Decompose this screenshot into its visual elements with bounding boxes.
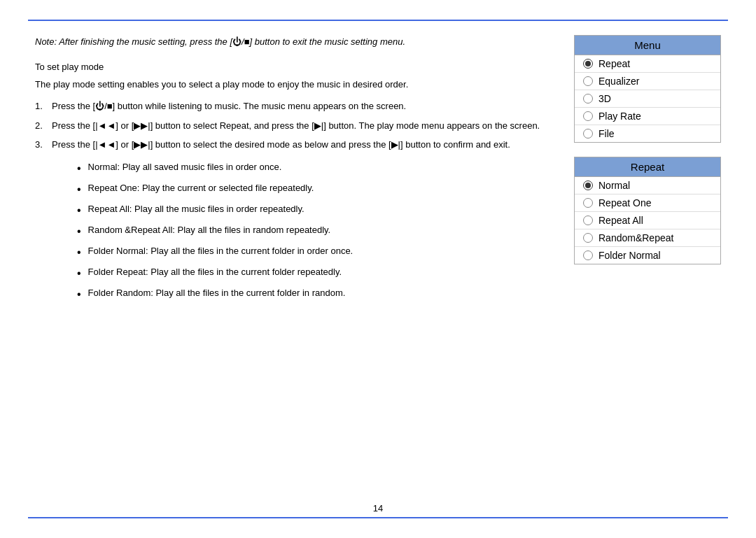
radio-folder-normal [583,250,593,260]
radio-repeat-all [583,215,593,225]
bullet-folder-normal: Folder Normal: Play all the files in the… [77,244,560,261]
radio-repeat [583,59,593,69]
radio-equalizer [583,76,593,86]
menu-item-3d-label: 3D [598,93,611,104]
repeat-item-all[interactable]: Repeat All [575,212,720,229]
menu-item-repeat-label: Repeat [598,58,630,69]
step-2: 2. Press the [|◄◄] or [▶▶|] button to se… [35,119,560,133]
sidebar: Menu Repeat Equalizer 3D Play Rate File [574,28,728,510]
step-3: 3. Press the [|◄◄] or [▶▶|] button to se… [35,138,560,152]
radio-3d [583,94,593,104]
radio-random-repeat [583,233,593,243]
repeat-item-one-label: Repeat One [598,197,652,208]
repeat-item-random[interactable]: Random&Repeat [575,229,720,247]
main-content: Note: After finishing the music setting,… [28,28,574,510]
menu-item-equalizer[interactable]: Equalizer [575,73,720,90]
bullet-repeat-one: Repeat One: Play the current or selected… [77,181,560,198]
menu-item-playrate[interactable]: Play Rate [575,108,720,125]
menu-item-3d[interactable]: 3D [575,90,720,108]
bullet-random-repeat: Random &Repeat All: Play all the files i… [77,223,560,240]
page-number: 14 [373,503,383,514]
radio-playrate [583,111,593,121]
steps-list: 1. Press the [⏻/■] button while listenin… [35,99,560,152]
bullet-list: Normal: Play all saved music files in or… [77,160,560,303]
bottom-border [28,517,728,518]
repeat-item-folder-normal-label: Folder Normal [598,250,661,261]
menu-item-equalizer-label: Equalizer [598,76,639,87]
repeat-item-one[interactable]: Repeat One [575,194,720,212]
repeat-box: Repeat Normal Repeat One Repeat All Rand… [574,157,721,264]
step-1: 1. Press the [⏻/■] button while listenin… [35,99,560,113]
menu-box-title: Menu [575,36,720,55]
bullet-normal: Normal: Play all saved music files in or… [77,160,560,177]
repeat-item-folder-normal[interactable]: Folder Normal [575,247,720,264]
repeat-item-random-label: Random&Repeat [598,232,673,243]
radio-normal [583,180,593,190]
menu-item-repeat[interactable]: Repeat [575,55,720,73]
repeat-box-title: Repeat [575,157,720,177]
repeat-item-all-label: Repeat All [598,215,643,226]
note-text: Note: After finishing the music setting,… [35,35,560,49]
section-title: To set play mode [35,62,560,72]
repeat-item-normal[interactable]: Normal [575,177,720,194]
bullet-folder-repeat: Folder Repeat: Play all the files in the… [77,265,560,282]
menu-item-playrate-label: Play Rate [598,111,641,122]
menu-item-file-label: File [598,128,615,139]
bullet-folder-random: Folder Random: Play all the files in the… [77,286,560,303]
radio-file [583,129,593,139]
section-desc: The play mode setting enables you to sel… [35,78,560,92]
top-border [28,20,728,21]
menu-box: Menu Repeat Equalizer 3D Play Rate File [574,35,721,143]
menu-item-file[interactable]: File [575,125,720,142]
radio-repeat-one [583,198,593,208]
repeat-item-normal-label: Normal [598,180,630,191]
bullet-repeat-all: Repeat All: Play all the music files in … [77,202,560,219]
